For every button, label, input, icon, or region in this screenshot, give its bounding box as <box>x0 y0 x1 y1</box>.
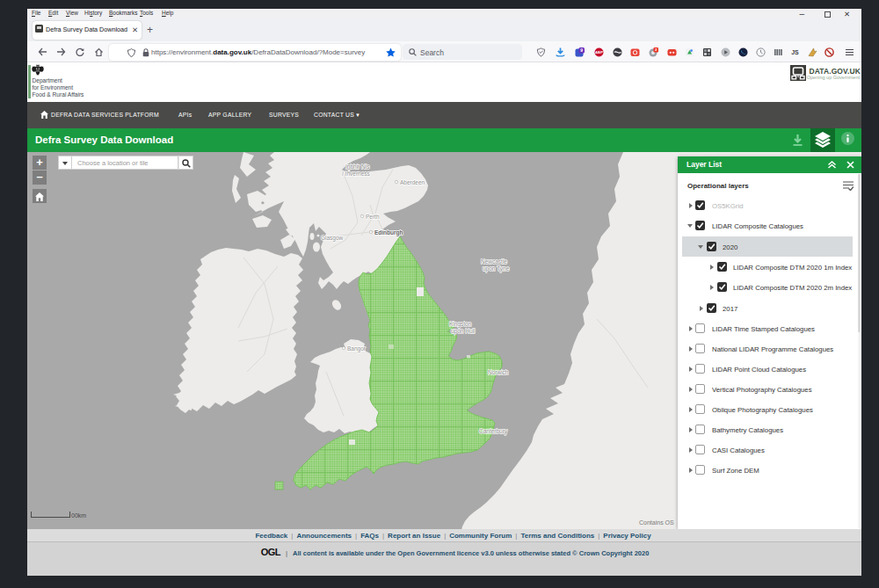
svg-text:Newcastle: Newcastle <box>481 258 507 265</box>
svg-text:Aberdeen: Aberdeen <box>400 179 425 185</box>
svg-text:Canterbury: Canterbury <box>479 428 508 435</box>
svg-text:Kingston: Kingston <box>449 321 472 328</box>
svg-text:Inbhir Nis: Inbhir Nis <box>345 163 370 170</box>
svg-text:Edinburgh: Edinburgh <box>374 229 403 236</box>
svg-text:9: 9 <box>580 47 583 53</box>
svg-text:Perth: Perth <box>366 214 380 220</box>
svg-text:upon Tyne: upon Tyne <box>483 265 510 272</box>
svg-text:ABP: ABP <box>595 50 603 54</box>
svg-text:upon Hull: upon Hull <box>451 328 476 335</box>
svg-text:/ Inverness: / Inverness <box>342 171 371 177</box>
svg-text:JS: JS <box>791 49 799 55</box>
svg-text:Bangor: Bangor <box>347 345 367 352</box>
svg-text:Norwich: Norwich <box>488 369 509 375</box>
svg-text:Glasgow: Glasgow <box>321 235 344 242</box>
